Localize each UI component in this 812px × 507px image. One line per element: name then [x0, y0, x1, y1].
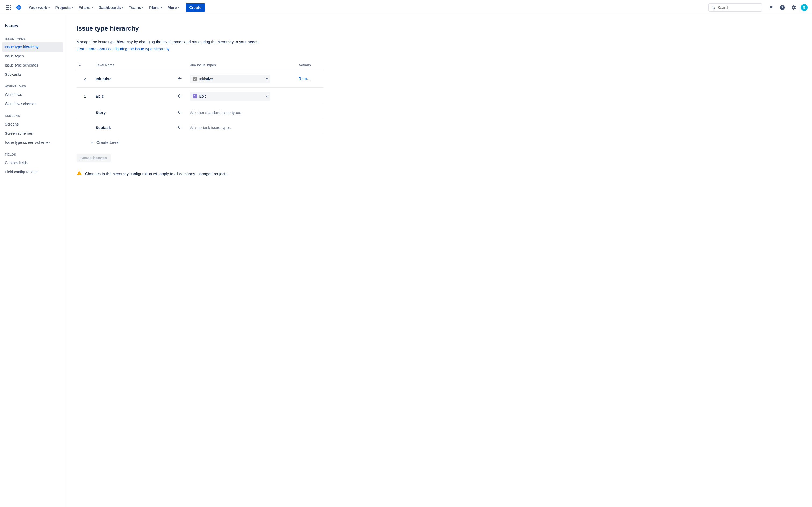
sidebar-group-label: ISSUE TYPES: [2, 35, 63, 42]
sidebar-item-screen-schemes[interactable]: Screen schemes: [2, 129, 63, 138]
sidebar-group-label: SCREENS: [2, 112, 63, 120]
row-actions-cell: [296, 88, 323, 105]
col-header-actions: Actions: [296, 61, 323, 70]
chevron-down-icon: ▾: [122, 6, 123, 9]
sidebar-item-custom-fields[interactable]: Custom fields: [2, 158, 63, 167]
create-button[interactable]: Create: [186, 3, 205, 11]
jira-logo-icon[interactable]: [15, 4, 22, 11]
warning-row: Changes to the hierarchy configuration w…: [77, 170, 323, 177]
table-row: 2InitiativeInitiative▾Rem…: [77, 70, 323, 88]
create-level-button[interactable]: ＋ Create Level: [77, 135, 122, 147]
row-level-name[interactable]: Epic: [93, 88, 171, 105]
sidebar-item-issue-type-screen-schemes[interactable]: Issue type screen schemes: [2, 138, 63, 147]
chevron-down-icon: ▾: [92, 6, 93, 9]
sidebar-item-screens[interactable]: Screens: [2, 120, 63, 129]
initiative-issuetype-icon: [193, 77, 197, 81]
create-level-label: Create Level: [96, 140, 119, 145]
table-row: SubtaskAll sub-task issue types: [77, 120, 323, 135]
hierarchy-table: # Level Name Jira Issue Types Actions 2I…: [77, 61, 323, 135]
remove-action[interactable]: Rem…: [299, 76, 311, 81]
nav-more[interactable]: More▾: [165, 4, 182, 11]
save-changes-button[interactable]: Save Changes: [77, 154, 111, 162]
sidebar-group-label: FIELDS: [2, 151, 63, 158]
nav-plans[interactable]: Plans▾: [146, 4, 165, 11]
row-actions-cell: Rem…: [296, 70, 323, 88]
app-switcher-icon[interactable]: [4, 3, 13, 12]
row-num: [77, 105, 93, 120]
table-row: 1EpicEpic▾: [77, 88, 323, 105]
sidebar-item-sub-tasks[interactable]: Sub-tasks: [2, 70, 63, 79]
row-types-cell: Initiative▾: [188, 70, 296, 88]
nav-label: Plans: [149, 5, 159, 10]
plus-icon: ＋: [90, 139, 94, 145]
chevron-down-icon: ▾: [142, 6, 144, 9]
svg-rect-9: [79, 172, 80, 174]
learn-more-link[interactable]: Learn more about configuring the issue t…: [77, 47, 323, 51]
chevron-down-icon: ▾: [72, 6, 73, 9]
sidebar-item-workflows[interactable]: Workflows: [2, 90, 63, 99]
row-num: 1: [77, 88, 93, 105]
nav-label: Filters: [79, 5, 91, 10]
row-actions-cell: [296, 105, 323, 120]
arrow-left-icon[interactable]: [177, 109, 182, 115]
sidebar-item-issue-type-schemes[interactable]: Issue type schemes: [2, 61, 63, 70]
col-header-types: Jira Issue Types: [188, 61, 296, 70]
svg-rect-10: [79, 174, 80, 175]
sidebar: Issues ISSUE TYPESIssue type hierarchyIs…: [0, 15, 66, 507]
top-nav: Your work▾ Projects▾ Filters▾ Dashboards…: [0, 0, 812, 15]
arrow-left-icon[interactable]: [177, 76, 182, 81]
nav-label: Dashboards: [99, 5, 121, 10]
chevron-down-icon: ▾: [178, 6, 180, 9]
nav-filters[interactable]: Filters▾: [76, 4, 96, 11]
nav-dashboards[interactable]: Dashboards▾: [96, 4, 126, 11]
help-icon[interactable]: ?: [778, 3, 786, 11]
svg-text:?: ?: [781, 5, 783, 9]
row-types-cell: Epic▾: [188, 88, 296, 105]
row-level-name[interactable]: Subtask: [93, 120, 171, 135]
nav-right: ? G: [767, 3, 808, 11]
sidebar-item-field-configurations[interactable]: Field configurations: [2, 167, 63, 176]
arrow-left-icon[interactable]: [177, 124, 182, 130]
notifications-icon[interactable]: [767, 3, 775, 11]
search-box[interactable]: [708, 3, 762, 11]
chevron-down-icon: ▾: [266, 95, 268, 98]
nav-label: Teams: [129, 5, 141, 10]
epic-issuetype-icon: [193, 94, 197, 99]
chevron-down-icon: ▾: [161, 6, 162, 9]
row-types-cell: All sub-task issue types: [188, 120, 296, 135]
row-level-name[interactable]: Story: [93, 105, 171, 120]
nav-your-work[interactable]: Your work▾: [26, 4, 53, 11]
page-title: Issue type hierarchy: [77, 25, 323, 32]
search-icon: [712, 5, 715, 10]
issue-type-select[interactable]: Initiative▾: [190, 74, 270, 83]
row-actions-cell: [296, 120, 323, 135]
table-header-row: # Level Name Jira Issue Types Actions: [77, 61, 323, 70]
search-input[interactable]: [717, 5, 759, 10]
arrow-left-icon[interactable]: [177, 93, 182, 99]
issue-type-label: Initiative: [199, 77, 213, 81]
sidebar-item-issue-type-hierarchy[interactable]: Issue type hierarchy: [2, 42, 63, 52]
sidebar-item-issue-types[interactable]: Issue types: [2, 52, 63, 61]
col-header-arrow: [171, 61, 188, 70]
svg-point-5: [194, 78, 196, 80]
nav-label: More: [167, 5, 177, 10]
main-content: Issue type hierarchy Manage the issue ty…: [66, 15, 334, 507]
issue-type-label: Epic: [199, 94, 206, 99]
issue-type-select[interactable]: Epic▾: [190, 92, 270, 101]
sidebar-item-workflow-schemes[interactable]: Workflow schemes: [2, 99, 63, 108]
nav-label: Projects: [55, 5, 70, 10]
avatar[interactable]: G: [801, 4, 808, 11]
sidebar-title: Issues: [2, 21, 63, 35]
nav-items: Your work▾ Projects▾ Filters▾ Dashboards…: [26, 3, 205, 11]
svg-line-1: [714, 8, 715, 9]
row-types-cell: All other standard issue types: [188, 105, 296, 120]
row-level-name[interactable]: Initiative: [93, 70, 171, 88]
row-num: 2: [77, 70, 93, 88]
nav-label: Your work: [29, 5, 47, 10]
warning-text: Changes to the hierarchy configuration w…: [85, 172, 229, 176]
nav-teams[interactable]: Teams▾: [126, 4, 146, 11]
nav-projects[interactable]: Projects▾: [53, 4, 76, 11]
row-num: [77, 120, 93, 135]
col-header-name: Level Name: [93, 61, 171, 70]
settings-icon[interactable]: [790, 3, 798, 11]
